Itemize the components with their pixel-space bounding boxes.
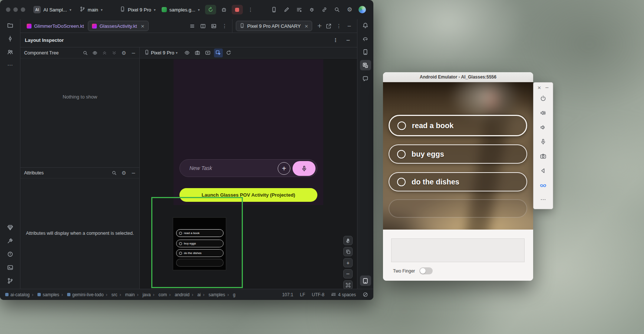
pan-tool-button[interactable]: [343, 236, 353, 245]
expand-all-button[interactable]: [100, 49, 109, 57]
tab-glassesactivity[interactable]: GlassesActivity.kt ×: [88, 21, 149, 31]
emulator-titlebar[interactable]: Android Emulator - AI_Glasses:5556: [383, 72, 533, 82]
breadcrumb-item[interactable]: java: [135, 292, 151, 297]
breadcrumb-item[interactable]: main: [117, 292, 135, 297]
app-insights-tool-button[interactable]: [360, 73, 371, 84]
run-more-options-button[interactable]: ⋮: [245, 5, 256, 14]
breadcrumb-item[interactable]: android: [167, 292, 189, 297]
search-button[interactable]: [81, 49, 90, 57]
hide-panel-button[interactable]: −: [129, 168, 138, 177]
indent-widget[interactable]: 4 spaces: [331, 292, 356, 297]
view-options-button[interactable]: [183, 49, 192, 57]
add-task-button[interactable]: +: [278, 162, 290, 175]
back-button[interactable]: [539, 167, 547, 174]
screenshot-button[interactable]: [193, 49, 202, 57]
view-options-button[interactable]: [90, 49, 99, 57]
emulator-screen[interactable]: read a book buy eggs do the dishes: [383, 82, 533, 230]
volume-down-button[interactable]: [539, 124, 547, 131]
breadcrumb-item[interactable]: samples: [30, 292, 59, 297]
breadcrumb-item[interactable]: gemini-live-todo: [59, 292, 104, 297]
volume-up-button[interactable]: [539, 110, 547, 116]
screen-record-button[interactable]: [204, 49, 212, 57]
todo-item-focused[interactable]: read a book: [389, 115, 527, 136]
two-finger-toggle[interactable]: [419, 267, 433, 274]
power-button[interactable]: [539, 95, 547, 102]
more-options-button[interactable]: [539, 196, 547, 203]
encoding-widget[interactable]: UTF-8: [312, 292, 324, 297]
terminal-tool-button[interactable]: [4, 262, 16, 273]
layout-inspector-more-button[interactable]: ⋮: [331, 36, 340, 44]
close-tab-icon[interactable]: ×: [141, 23, 145, 29]
running-devices-more-button[interactable]: ⋮: [334, 21, 343, 30]
breadcrumb-item[interactable]: ai-catalog: [5, 292, 30, 297]
breadcrumb-item[interactable]: g: [225, 292, 235, 297]
logcat-button[interactable]: [294, 5, 304, 14]
list-view-button[interactable]: [188, 21, 197, 30]
new-task-field[interactable]: +: [179, 159, 317, 177]
settings-button[interactable]: ⚙: [119, 49, 128, 57]
layout-inspector-hide-button[interactable]: −: [344, 36, 353, 44]
running-devices-tool-button[interactable]: [360, 275, 371, 286]
touch-capture-area[interactable]: [391, 238, 525, 262]
compare-tool-button[interactable]: [343, 247, 353, 256]
problems-tool-button[interactable]: [4, 249, 16, 259]
breadcrumb-item[interactable]: com: [151, 292, 167, 297]
zoom-in-button[interactable]: +: [343, 258, 353, 267]
close-window-button[interactable]: [6, 7, 10, 12]
zoom-window-button[interactable]: [21, 7, 25, 12]
new-task-input[interactable]: [189, 160, 260, 177]
edit-button[interactable]: [281, 5, 292, 14]
caret-position-widget[interactable]: 107:1: [282, 292, 293, 297]
search-button[interactable]: [332, 5, 342, 14]
tab-glimmertodoscreen[interactable]: GlimmerToDoScreen.kt: [23, 21, 88, 31]
breadcrumb-item[interactable]: src: [103, 292, 117, 297]
layout-inspector-tool-button[interactable]: [360, 60, 371, 70]
minimize-icon[interactable]: −: [545, 85, 549, 90]
open-in-new-window-button[interactable]: [324, 21, 333, 30]
stop-button[interactable]: [232, 5, 243, 14]
sync-button[interactable]: [319, 5, 330, 14]
more-tools-button[interactable]: ⋯: [4, 60, 16, 70]
collapse-all-button[interactable]: [110, 49, 119, 57]
camera-button[interactable]: [539, 153, 547, 160]
branch-selector[interactable]: main ▾: [80, 6, 103, 13]
minimize-window-button[interactable]: [13, 7, 18, 12]
close-icon[interactable]: ×: [537, 85, 541, 90]
todo-item[interactable]: do the dishes: [389, 172, 527, 191]
voice-input-button[interactable]: [293, 161, 316, 176]
version-control-tool-button[interactable]: [4, 275, 16, 286]
device-manager-tool-button[interactable]: [360, 47, 371, 57]
notifications-button[interactable]: [360, 20, 371, 30]
profiler-button[interactable]: [307, 5, 317, 14]
preview-button[interactable]: [209, 21, 218, 30]
glasses-button[interactable]: [539, 182, 547, 188]
run-configuration-selector[interactable]: samples.g... ▾: [162, 7, 200, 13]
gradle-tool-button[interactable]: [360, 33, 371, 44]
editor-more-options-button[interactable]: ⋮: [220, 21, 229, 30]
commit-tool-button[interactable]: [4, 33, 16, 44]
debug-button[interactable]: [218, 5, 229, 14]
pull-requests-tool-button[interactable]: [4, 47, 16, 57]
rerun-button[interactable]: [205, 5, 216, 14]
gemini-tool-button[interactable]: [4, 222, 16, 233]
close-tab-icon[interactable]: ×: [304, 23, 308, 29]
toggle-deep-inspect-button[interactable]: [214, 49, 223, 57]
split-editor-button[interactable]: [199, 21, 208, 30]
refresh-button[interactable]: [224, 49, 233, 57]
hide-tool-window-button[interactable]: −: [345, 21, 354, 30]
device-selector[interactable]: Pixel 9 Pro ▾: [120, 6, 156, 13]
breadcrumb-item[interactable]: ai: [189, 292, 201, 297]
inspections-widget[interactable]: [363, 292, 368, 297]
zoom-out-button[interactable]: −: [343, 269, 353, 278]
project-tool-button[interactable]: [4, 20, 16, 30]
microphone-button[interactable]: [539, 138, 547, 145]
hide-panel-button[interactable]: −: [129, 49, 138, 57]
settings-button[interactable]: ⚙: [119, 168, 128, 177]
line-separator-widget[interactable]: LF: [300, 292, 305, 297]
todo-item[interactable]: buy eggs: [389, 144, 527, 164]
build-tool-button[interactable]: [4, 236, 16, 246]
breadcrumb-item[interactable]: samples: [201, 292, 225, 297]
device-screen[interactable]: + Launch Glasses POV Activity (Projected…: [174, 59, 323, 205]
device-mirror-button[interactable]: [269, 5, 279, 14]
zoom-fit-button[interactable]: [343, 280, 353, 289]
